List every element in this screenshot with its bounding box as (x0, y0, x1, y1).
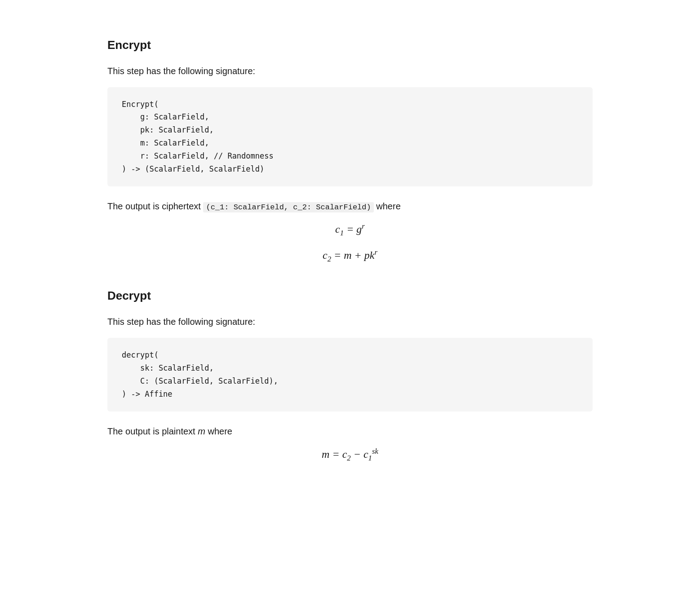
encrypt-formula-1: c1 = gr (107, 221, 593, 239)
encrypt-equation-1: c1 = gr (335, 223, 365, 235)
decrypt-formula: m = c2 − c1sk (107, 446, 593, 465)
encrypt-description: This step has the following signature: (107, 64, 593, 78)
encrypt-title: Encrypt (107, 36, 593, 55)
encrypt-output-line: The output is ciphertext (c_1: ScalarFie… (107, 199, 593, 213)
decrypt-code: decrypt( sk: ScalarField, C: (ScalarFiel… (122, 349, 578, 401)
encrypt-output-after: where (376, 201, 400, 211)
encrypt-inline-code: (c_1: ScalarField, c_2: ScalarField) (203, 202, 373, 212)
encrypt-formula-2: c2 = m + pkr (107, 247, 593, 266)
encrypt-code-block: Encrypt( g: ScalarField, pk: ScalarField… (107, 87, 593, 186)
encrypt-code: Encrypt( g: ScalarField, pk: ScalarField… (122, 98, 578, 176)
decrypt-code-block: decrypt( sk: ScalarField, C: (ScalarFiel… (107, 338, 593, 412)
decrypt-title: Decrypt (107, 287, 593, 305)
decrypt-equation: m = c2 − c1sk (322, 448, 378, 460)
decrypt-output-after: where (208, 426, 232, 436)
decrypt-description: This step has the following signature: (107, 314, 593, 329)
decrypt-output-line: The output is plaintext m where (107, 424, 593, 438)
decrypt-output-before: The output is plaintext (107, 426, 195, 436)
encrypt-output-before: The output is ciphertext (107, 201, 201, 211)
encrypt-equation-2: c2 = m + pkr (323, 249, 377, 261)
